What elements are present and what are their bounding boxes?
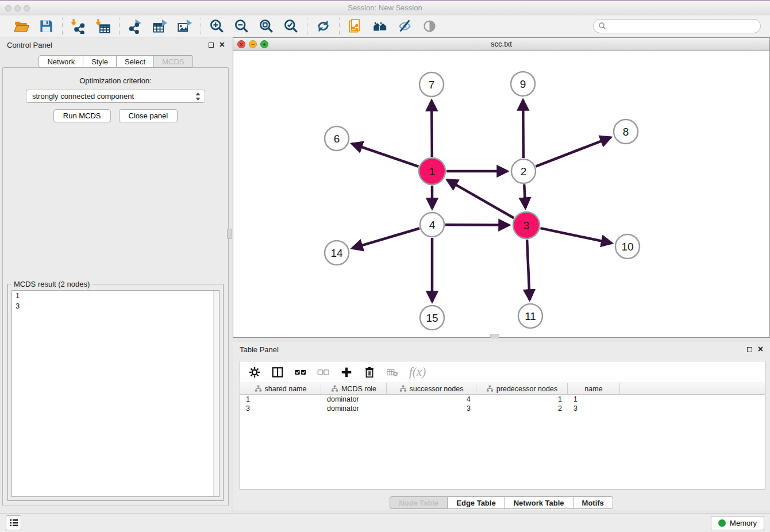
zoom-fit-icon[interactable]: [259, 18, 274, 34]
graph-node-1[interactable]: 1: [419, 158, 445, 184]
table-cell[interactable]: 3: [568, 404, 620, 413]
table-cell[interactable]: 2: [476, 404, 568, 413]
table-cell[interactable]: 1: [240, 395, 321, 404]
optimization-criterion-label: Optimization criterion:: [3, 76, 228, 85]
graph-edge-2-9[interactable]: [523, 100, 523, 158]
control-tab-select[interactable]: Select: [117, 55, 154, 68]
mcds-result-item[interactable]: 3: [12, 301, 219, 311]
column-header-name[interactable]: name: [568, 383, 620, 394]
zoom-selected-icon[interactable]: [283, 18, 299, 34]
open-file-icon[interactable]: [14, 18, 29, 34]
horizontal-splitter-handle[interactable]: [490, 334, 499, 338]
network-canvas[interactable]: 7968124314101511: [233, 51, 769, 337]
graph-node-4[interactable]: 4: [420, 213, 444, 237]
graph-edge-1-6[interactable]: [352, 144, 418, 167]
table-tab-network-table[interactable]: Network Table: [505, 496, 573, 509]
table-tab-edge-table[interactable]: Edge Table: [448, 496, 505, 509]
graph-node-11[interactable]: 11: [518, 304, 542, 328]
column-header-successor-nodes[interactable]: successor nodes: [387, 383, 476, 394]
graph-node-10[interactable]: 10: [615, 234, 640, 259]
graph-edge-2-8[interactable]: [536, 137, 610, 167]
task-list-icon: [9, 518, 18, 527]
save-session-icon[interactable]: [38, 18, 54, 34]
delete-column-icon[interactable]: [363, 366, 376, 379]
network-view-window: × – + scc.txt 7968124314101511: [233, 37, 770, 338]
close-table-panel-icon[interactable]: ×: [758, 346, 763, 352]
float-panel-icon[interactable]: [209, 43, 214, 48]
graph-node-3[interactable]: 3: [513, 212, 540, 238]
network-window-titlebar[interactable]: × – + scc.txt: [233, 38, 769, 51]
float-table-panel-icon[interactable]: [747, 347, 752, 352]
table-cell[interactable]: dominator: [321, 404, 387, 413]
table-row[interactable]: 3dominator323: [240, 404, 765, 413]
export-image-icon[interactable]: [177, 18, 192, 34]
table-body: 1dominator4113dominator323: [240, 395, 765, 413]
zoom-in-icon[interactable]: [209, 18, 225, 34]
graph-node-14[interactable]: 14: [325, 241, 349, 265]
criterion-dropdown-value: strongly connected component: [32, 92, 195, 101]
graph-node-6[interactable]: 6: [325, 126, 349, 151]
run-mcds-button[interactable]: Run MCDS: [53, 109, 111, 122]
main-toolbar: [0, 16, 770, 37]
table-toolbar: f(x): [240, 361, 765, 383]
table-cell[interactable]: 1: [476, 395, 568, 404]
graph-node-9[interactable]: 9: [511, 72, 535, 96]
control-panel-title: Control Panel: [7, 41, 52, 49]
table-panel-title: Table Panel: [240, 345, 279, 354]
table-cell[interactable]: 1: [568, 395, 620, 404]
graph-node-15[interactable]: 15: [420, 306, 444, 330]
import-network-icon[interactable]: [71, 18, 86, 34]
search-input[interactable]: [593, 19, 761, 33]
graph-edge-4-14[interactable]: [352, 229, 419, 249]
column-mode-icon[interactable]: [271, 366, 284, 379]
import-table-icon[interactable]: [95, 18, 111, 34]
apply-layout-icon[interactable]: [315, 18, 331, 34]
graph-node-7[interactable]: 7: [419, 72, 444, 97]
table-cell[interactable]: 3: [387, 404, 476, 413]
control-tab-network[interactable]: Network: [38, 55, 83, 68]
vertical-splitter-handle[interactable]: [227, 229, 232, 239]
graph-edge-4-3[interactable]: [445, 225, 509, 225]
table-tab-node-table[interactable]: Node Table: [390, 496, 448, 509]
table-cell[interactable]: dominator: [321, 395, 387, 404]
column-header-shared-name[interactable]: shared name: [240, 383, 321, 394]
select-all-icon[interactable]: [294, 366, 307, 379]
create-column-icon[interactable]: [340, 366, 353, 379]
export-table-icon[interactable]: [152, 18, 168, 34]
graph-edge-1-7[interactable]: [432, 101, 432, 157]
control-tab-mcds[interactable]: MCDS: [154, 55, 192, 68]
svg-text:10: 10: [621, 241, 633, 253]
table-cell[interactable]: 3: [240, 404, 321, 413]
graph-edge-3-1[interactable]: [447, 180, 514, 218]
memory-button[interactable]: Memory: [711, 516, 764, 530]
mcds-result-list[interactable]: 13: [11, 290, 220, 497]
task-history-button[interactable]: [6, 515, 21, 530]
svg-text:4: 4: [429, 219, 436, 231]
svg-text:2: 2: [521, 165, 527, 178]
graph-edge-3-10[interactable]: [540, 228, 611, 243]
close-panel-button[interactable]: Close panel: [119, 109, 178, 122]
graph-edge-3-11[interactable]: [527, 240, 530, 300]
mcds-result-item[interactable]: 1: [12, 291, 219, 301]
table-tab-motifs[interactable]: Motifs: [573, 496, 613, 509]
deselect-all-icon[interactable]: [317, 366, 330, 379]
table-row[interactable]: 1dominator411: [240, 395, 765, 404]
criterion-dropdown[interactable]: strongly connected component: [26, 90, 205, 103]
graph-edge-2-3[interactable]: [524, 184, 525, 208]
graph-node-2[interactable]: 2: [511, 159, 536, 183]
close-panel-icon[interactable]: ×: [220, 42, 225, 48]
new-network-icon[interactable]: [348, 18, 363, 34]
memory-label: Memory: [730, 519, 757, 527]
result-scrollbar[interactable]: [213, 291, 219, 496]
zoom-out-icon[interactable]: [234, 18, 249, 34]
window-title: Session: New Session: [0, 3, 770, 12]
control-tab-style[interactable]: Style: [83, 55, 117, 68]
hide-selected-icon[interactable]: [397, 18, 413, 34]
column-header-MCDS-role[interactable]: MCDS role: [321, 383, 387, 394]
table-settings-icon[interactable]: [248, 366, 261, 379]
export-network-icon[interactable]: [128, 18, 143, 34]
first-neighbors-icon[interactable]: [372, 18, 388, 34]
column-header-predecessor-nodes[interactable]: predecessor nodes: [476, 383, 568, 394]
table-cell[interactable]: 4: [387, 395, 476, 404]
graph-node-8[interactable]: 8: [614, 119, 638, 144]
